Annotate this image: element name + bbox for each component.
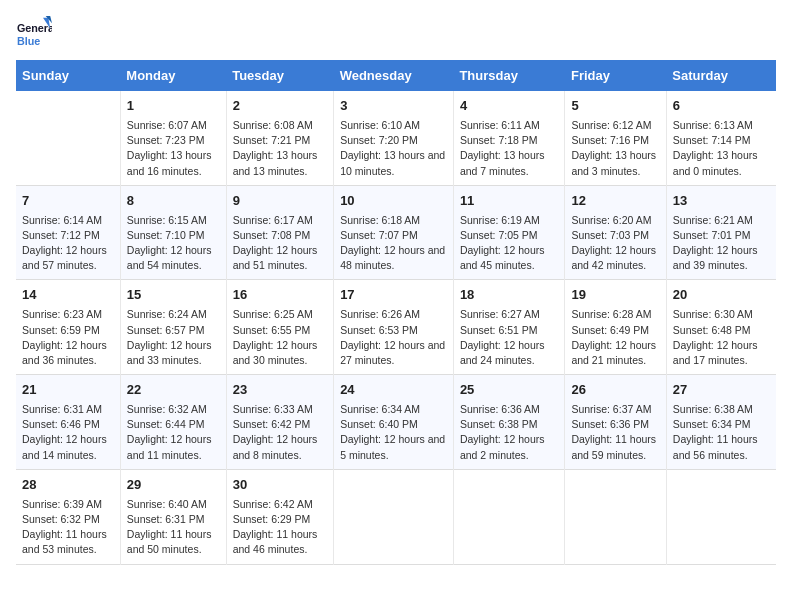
day-number: 9 (233, 192, 327, 211)
calendar-cell: 28Sunrise: 6:39 AMSunset: 6:32 PMDayligh… (16, 469, 120, 564)
day-info: Sunrise: 6:38 AMSunset: 6:34 PMDaylight:… (673, 402, 770, 463)
page-header: GeneralBlue (16, 16, 776, 52)
day-number: 19 (571, 286, 659, 305)
day-number: 3 (340, 97, 447, 116)
calendar-cell: 10Sunrise: 6:18 AMSunset: 7:07 PMDayligh… (334, 185, 454, 280)
header-thursday: Thursday (453, 60, 565, 91)
calendar-cell (666, 469, 776, 564)
day-number: 16 (233, 286, 327, 305)
day-info: Sunrise: 6:13 AMSunset: 7:14 PMDaylight:… (673, 118, 770, 179)
calendar-cell (565, 469, 666, 564)
day-info: Sunrise: 6:19 AMSunset: 7:05 PMDaylight:… (460, 213, 559, 274)
calendar-cell: 23Sunrise: 6:33 AMSunset: 6:42 PMDayligh… (226, 375, 333, 470)
calendar-cell: 17Sunrise: 6:26 AMSunset: 6:53 PMDayligh… (334, 280, 454, 375)
day-number: 21 (22, 381, 114, 400)
calendar-cell: 19Sunrise: 6:28 AMSunset: 6:49 PMDayligh… (565, 280, 666, 375)
calendar-cell: 18Sunrise: 6:27 AMSunset: 6:51 PMDayligh… (453, 280, 565, 375)
calendar-cell: 1Sunrise: 6:07 AMSunset: 7:23 PMDaylight… (120, 91, 226, 185)
calendar-cell: 22Sunrise: 6:32 AMSunset: 6:44 PMDayligh… (120, 375, 226, 470)
day-number: 11 (460, 192, 559, 211)
day-number: 10 (340, 192, 447, 211)
day-number: 28 (22, 476, 114, 495)
calendar-cell: 2Sunrise: 6:08 AMSunset: 7:21 PMDaylight… (226, 91, 333, 185)
calendar-cell: 9Sunrise: 6:17 AMSunset: 7:08 PMDaylight… (226, 185, 333, 280)
calendar-cell: 27Sunrise: 6:38 AMSunset: 6:34 PMDayligh… (666, 375, 776, 470)
day-number: 8 (127, 192, 220, 211)
calendar-cell: 20Sunrise: 6:30 AMSunset: 6:48 PMDayligh… (666, 280, 776, 375)
day-number: 22 (127, 381, 220, 400)
svg-text:Blue: Blue (17, 35, 40, 47)
logo-icon: GeneralBlue (16, 16, 52, 52)
day-info: Sunrise: 6:12 AMSunset: 7:16 PMDaylight:… (571, 118, 659, 179)
calendar-week-1: 1Sunrise: 6:07 AMSunset: 7:23 PMDaylight… (16, 91, 776, 185)
day-info: Sunrise: 6:42 AMSunset: 6:29 PMDaylight:… (233, 497, 327, 558)
day-info: Sunrise: 6:23 AMSunset: 6:59 PMDaylight:… (22, 307, 114, 368)
day-info: Sunrise: 6:32 AMSunset: 6:44 PMDaylight:… (127, 402, 220, 463)
calendar-cell: 6Sunrise: 6:13 AMSunset: 7:14 PMDaylight… (666, 91, 776, 185)
day-info: Sunrise: 6:39 AMSunset: 6:32 PMDaylight:… (22, 497, 114, 558)
day-number: 5 (571, 97, 659, 116)
day-number: 29 (127, 476, 220, 495)
calendar-cell: 13Sunrise: 6:21 AMSunset: 7:01 PMDayligh… (666, 185, 776, 280)
day-info: Sunrise: 6:20 AMSunset: 7:03 PMDaylight:… (571, 213, 659, 274)
calendar-cell: 30Sunrise: 6:42 AMSunset: 6:29 PMDayligh… (226, 469, 333, 564)
day-number: 14 (22, 286, 114, 305)
calendar-cell: 5Sunrise: 6:12 AMSunset: 7:16 PMDaylight… (565, 91, 666, 185)
day-number: 4 (460, 97, 559, 116)
day-number: 1 (127, 97, 220, 116)
day-number: 18 (460, 286, 559, 305)
calendar-cell (16, 91, 120, 185)
header-tuesday: Tuesday (226, 60, 333, 91)
calendar-cell: 14Sunrise: 6:23 AMSunset: 6:59 PMDayligh… (16, 280, 120, 375)
day-info: Sunrise: 6:24 AMSunset: 6:57 PMDaylight:… (127, 307, 220, 368)
header-wednesday: Wednesday (334, 60, 454, 91)
day-info: Sunrise: 6:28 AMSunset: 6:49 PMDaylight:… (571, 307, 659, 368)
calendar-cell: 4Sunrise: 6:11 AMSunset: 7:18 PMDaylight… (453, 91, 565, 185)
day-number: 25 (460, 381, 559, 400)
day-info: Sunrise: 6:25 AMSunset: 6:55 PMDaylight:… (233, 307, 327, 368)
calendar-cell (334, 469, 454, 564)
day-number: 15 (127, 286, 220, 305)
day-number: 23 (233, 381, 327, 400)
day-number: 7 (22, 192, 114, 211)
day-number: 27 (673, 381, 770, 400)
calendar-cell: 15Sunrise: 6:24 AMSunset: 6:57 PMDayligh… (120, 280, 226, 375)
calendar-cell: 3Sunrise: 6:10 AMSunset: 7:20 PMDaylight… (334, 91, 454, 185)
day-number: 20 (673, 286, 770, 305)
day-number: 24 (340, 381, 447, 400)
day-info: Sunrise: 6:37 AMSunset: 6:36 PMDaylight:… (571, 402, 659, 463)
calendar-cell: 12Sunrise: 6:20 AMSunset: 7:03 PMDayligh… (565, 185, 666, 280)
svg-text:General: General (17, 22, 52, 34)
calendar-cell (453, 469, 565, 564)
calendar-cell: 26Sunrise: 6:37 AMSunset: 6:36 PMDayligh… (565, 375, 666, 470)
day-number: 17 (340, 286, 447, 305)
calendar-week-2: 7Sunrise: 6:14 AMSunset: 7:12 PMDaylight… (16, 185, 776, 280)
header-saturday: Saturday (666, 60, 776, 91)
calendar-cell: 7Sunrise: 6:14 AMSunset: 7:12 PMDaylight… (16, 185, 120, 280)
day-info: Sunrise: 6:27 AMSunset: 6:51 PMDaylight:… (460, 307, 559, 368)
calendar-cell: 25Sunrise: 6:36 AMSunset: 6:38 PMDayligh… (453, 375, 565, 470)
header-monday: Monday (120, 60, 226, 91)
day-info: Sunrise: 6:36 AMSunset: 6:38 PMDaylight:… (460, 402, 559, 463)
day-info: Sunrise: 6:31 AMSunset: 6:46 PMDaylight:… (22, 402, 114, 463)
day-info: Sunrise: 6:18 AMSunset: 7:07 PMDaylight:… (340, 213, 447, 274)
calendar-week-4: 21Sunrise: 6:31 AMSunset: 6:46 PMDayligh… (16, 375, 776, 470)
day-number: 12 (571, 192, 659, 211)
day-info: Sunrise: 6:17 AMSunset: 7:08 PMDaylight:… (233, 213, 327, 274)
header-friday: Friday (565, 60, 666, 91)
day-info: Sunrise: 6:30 AMSunset: 6:48 PMDaylight:… (673, 307, 770, 368)
day-info: Sunrise: 6:33 AMSunset: 6:42 PMDaylight:… (233, 402, 327, 463)
day-info: Sunrise: 6:34 AMSunset: 6:40 PMDaylight:… (340, 402, 447, 463)
day-number: 26 (571, 381, 659, 400)
calendar-cell: 11Sunrise: 6:19 AMSunset: 7:05 PMDayligh… (453, 185, 565, 280)
day-info: Sunrise: 6:14 AMSunset: 7:12 PMDaylight:… (22, 213, 114, 274)
header-sunday: Sunday (16, 60, 120, 91)
calendar-cell: 16Sunrise: 6:25 AMSunset: 6:55 PMDayligh… (226, 280, 333, 375)
calendar-cell: 8Sunrise: 6:15 AMSunset: 7:10 PMDaylight… (120, 185, 226, 280)
calendar-week-3: 14Sunrise: 6:23 AMSunset: 6:59 PMDayligh… (16, 280, 776, 375)
day-number: 6 (673, 97, 770, 116)
day-info: Sunrise: 6:26 AMSunset: 6:53 PMDaylight:… (340, 307, 447, 368)
calendar-week-5: 28Sunrise: 6:39 AMSunset: 6:32 PMDayligh… (16, 469, 776, 564)
day-info: Sunrise: 6:15 AMSunset: 7:10 PMDaylight:… (127, 213, 220, 274)
day-number: 13 (673, 192, 770, 211)
